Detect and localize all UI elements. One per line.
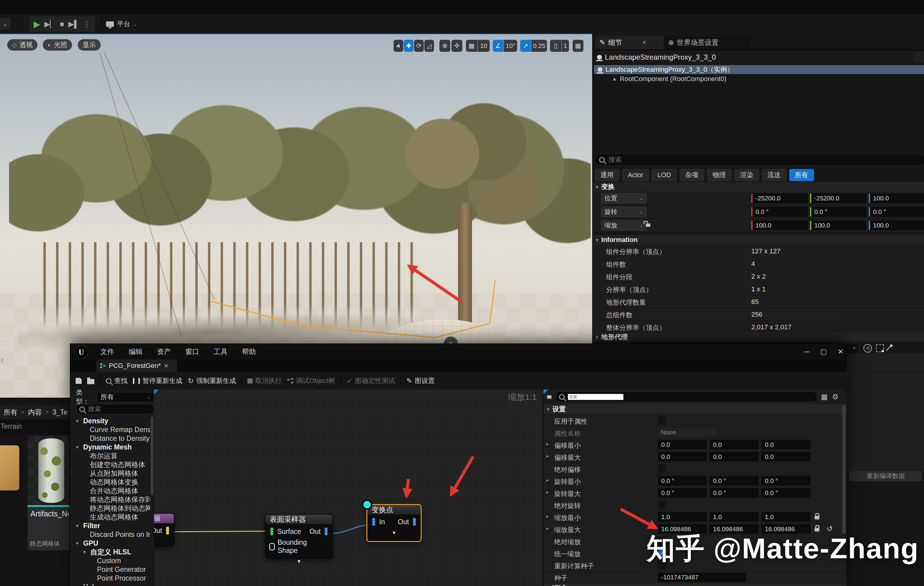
debug-section-header[interactable]: ▾ 调试 — [543, 583, 846, 586]
breadcrumb-folder[interactable]: 3_Te — [53, 408, 68, 416]
angle-snap-value[interactable]: 10° — [504, 40, 517, 52]
value-x[interactable]: -25200.0 — [751, 193, 808, 203]
landscape-proxy-section-header[interactable]: ▾ 地形代理 — [593, 333, 924, 342]
menu-item[interactable]: 文件 — [101, 347, 114, 356]
unlock-icon[interactable] — [646, 224, 650, 227]
value-y[interactable]: 0.0 ° — [710, 476, 759, 486]
tab-world-settings[interactable]: ⊕ 世界场景设置 — [664, 36, 750, 49]
maximize-button[interactable]: ▢ — [820, 348, 827, 356]
close-icon[interactable]: ✕ — [642, 39, 647, 46]
close-button[interactable]: ✕ — [838, 348, 843, 356]
node-surface-sampler[interactable]: 表面采样器 Surface Out Bounding Shape ▾ — [265, 514, 333, 559]
palette-item[interactable]: 静态网格体到动态网格 — [73, 504, 150, 513]
transform-axis-select[interactable]: 旋转⌄ — [601, 207, 647, 217]
browse-to-icon[interactable]: ⟲ — [863, 344, 872, 352]
value-x[interactable]: 0.0 — [658, 452, 707, 461]
filter-chip[interactable]: 渲染 — [734, 169, 759, 181]
value-y[interactable]: 1.0 — [710, 512, 759, 522]
breadcrumb-all[interactable]: 所有 — [3, 408, 18, 417]
eyedropper-icon[interactable] — [886, 346, 891, 351]
node-get-data-partial[interactable]: 据 Out — [154, 513, 175, 546]
filter-chip[interactable]: 所有 — [789, 169, 814, 181]
filter-chip[interactable]: 物理 — [707, 169, 732, 181]
palette-type-dropdown[interactable]: 所有 ⌄ — [97, 392, 154, 402]
value-y[interactable]: 0.0 — [710, 452, 759, 461]
lock-icon[interactable] — [815, 516, 819, 519]
value-y[interactable]: 0.0 — [710, 440, 759, 449]
stop-button[interactable]: ■ — [60, 20, 64, 28]
cancel-exec-button[interactable]: 取消执行 — [248, 376, 282, 385]
palette-item[interactable]: 创建空动态网格体 — [73, 460, 150, 469]
world-local-toggle[interactable]: ⊕ — [439, 40, 450, 52]
minimize-button[interactable]: ─ — [805, 348, 810, 356]
palette-item[interactable]: Custom — [73, 556, 150, 565]
value-z[interactable]: 0.0 — [762, 452, 810, 461]
browse-asset-icon[interactable] — [87, 379, 94, 384]
value-x[interactable]: 0.0 ° — [658, 476, 707, 486]
menu-item[interactable]: 工具 — [214, 347, 228, 356]
transform-axis-select[interactable]: 缩放⌄ — [601, 220, 647, 230]
scale-tool-button[interactable]: ◿ — [424, 40, 434, 52]
palette-item[interactable]: Discard Points on Irre — [73, 530, 150, 539]
camera-speed-value[interactable]: 1 — [562, 40, 569, 52]
filter-chip[interactable]: Actor — [622, 169, 649, 181]
value-x[interactable]: 1.0 — [658, 512, 707, 522]
component-row-selected[interactable]: LandscapeStreamingProxy_3_3_0（实例） — [594, 65, 924, 74]
palette-item[interactable]: Point Generator — [73, 565, 150, 574]
component-row-root[interactable]: ▲ RootComponent (RootComponent0) — [594, 75, 924, 83]
force-regen-button[interactable]: ↻强制重新生成 — [188, 376, 236, 385]
value-x[interactable]: 0.0 ° — [658, 488, 707, 497]
palette-search-input[interactable] — [87, 405, 152, 413]
value-z[interactable]: 100.0 — [869, 221, 924, 230]
gear-icon[interactable]: ⚙ — [832, 393, 839, 401]
value-z[interactable]: 0.0 ° — [762, 488, 810, 497]
camera-speed-button[interactable]: ▯ — [550, 40, 561, 52]
palette-item[interactable]: 自定义 HLSL — [73, 548, 150, 556]
palette-search[interactable] — [76, 404, 154, 414]
palette-item[interactable]: Point Processor — [73, 574, 150, 583]
checkbox[interactable] — [658, 500, 666, 509]
palette-item[interactable]: Distance to Density — [73, 434, 150, 443]
folder-tile[interactable] — [0, 445, 19, 491]
palette-item[interactable]: 从点附加网格体 — [73, 469, 150, 478]
surface-input-pin[interactable] — [269, 527, 274, 536]
graph-settings-button[interactable]: ✎图设置 — [406, 376, 435, 385]
out-pin[interactable] — [323, 527, 329, 536]
palette-item[interactable]: 布尔运算 — [73, 452, 150, 460]
value-z[interactable]: 100.0 — [869, 193, 924, 203]
asset-card[interactable]: Artifacts_Node3 静态网格体 — [27, 435, 70, 551]
attribute-name-value[interactable]: None — [658, 428, 716, 436]
settings-section-header[interactable]: ▾ 设置 — [543, 404, 846, 415]
value-x[interactable]: 0.0 ° — [751, 207, 808, 217]
value-z[interactable]: 0.0 ° — [762, 476, 810, 486]
select-object-icon[interactable] — [876, 344, 884, 352]
value-y[interactable]: -25200.0 — [810, 193, 866, 203]
find-button[interactable]: 查找 — [106, 376, 127, 385]
palette-item[interactable]: 合并动态网格体 — [73, 487, 150, 495]
menu-item[interactable]: 帮助 — [242, 347, 256, 356]
information-section-header[interactable]: ▾ Information — [593, 235, 924, 245]
palette-item[interactable]: Curve Remap Density — [73, 425, 150, 434]
bounding-shape-pin[interactable] — [269, 543, 275, 550]
platform-menu[interactable]: 平台 ⌄ — [106, 16, 137, 32]
determinism-test-button[interactable]: ✓图确定性测试 — [346, 376, 395, 385]
breadcrumb-content[interactable]: 内容 — [28, 408, 42, 417]
unreal-logo-icon[interactable]: U — [74, 345, 88, 359]
pcg-asset-tab[interactable]: PCG_ForestGen* ✕ — [96, 359, 177, 372]
value-z[interactable]: 0.0 ° — [869, 207, 924, 217]
pcg-graph-canvas[interactable]: 缩放1:1 据 Out 表面采样器 Surface Out — [154, 390, 543, 586]
pause-regen-button[interactable]: 暂停重新生成 — [133, 376, 182, 385]
in-pin[interactable] — [371, 518, 376, 526]
grid-snap-value[interactable]: 10 — [478, 40, 490, 52]
lit-mode-button[interactable]: ◐ 光照 — [43, 39, 72, 51]
transform-section-header[interactable]: ▾ 变换 — [593, 182, 924, 192]
close-icon[interactable]: ✕ — [163, 362, 168, 369]
skip-button[interactable]: ▶▌ — [68, 20, 79, 28]
palette-item[interactable]: 将动态网格体保存到资 — [73, 495, 150, 504]
move-tool-button[interactable]: ✚ — [404, 40, 414, 52]
filter-chip[interactable]: 杂项 — [680, 169, 704, 181]
value-y[interactable]: 0.0 ° — [710, 488, 759, 497]
angle-snap-toggle[interactable]: ∠ — [493, 40, 503, 52]
name-row-aux-box[interactable] — [915, 53, 923, 62]
grid-snap-toggle[interactable]: ▦ — [466, 40, 477, 52]
